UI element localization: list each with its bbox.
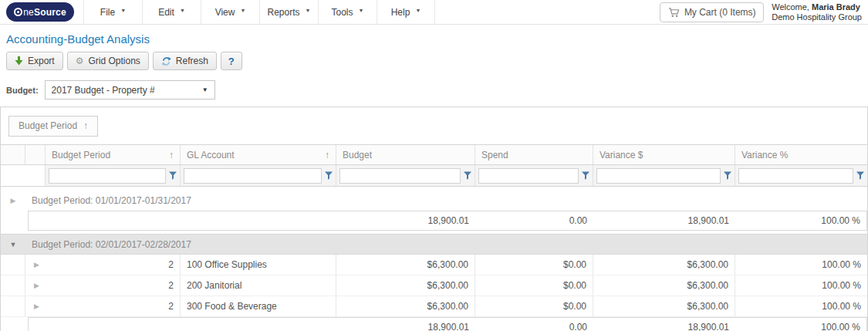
menu-reports-label: Reports bbox=[268, 7, 300, 18]
welcome-prefix: Welcome, bbox=[772, 2, 812, 12]
filter-cell-gl-account bbox=[181, 165, 336, 186]
column-label: Budget Period bbox=[52, 150, 110, 160]
expand-row-icon[interactable]: ▶ bbox=[34, 302, 39, 310]
cell-budget: $6,300.00 bbox=[336, 296, 475, 316]
filter-funnel-icon[interactable] bbox=[167, 171, 178, 180]
column-header-variance-dollar[interactable]: Variance $ bbox=[593, 145, 735, 164]
cell-spend: $0.00 bbox=[475, 275, 593, 296]
welcome-org: Demo Hospitality Group bbox=[772, 12, 862, 22]
summary-spend: 0.00 bbox=[475, 318, 593, 331]
chevron-down-icon: ▼ bbox=[415, 8, 420, 13]
menu-view-label: View bbox=[215, 7, 235, 18]
menu-reports[interactable]: Reports ▼ bbox=[259, 0, 318, 24]
column-header-budget[interactable]: Budget bbox=[336, 145, 475, 164]
gear-icon: ⚙ bbox=[76, 56, 84, 66]
cell-gl-account: 100 Office Supplies bbox=[181, 255, 336, 275]
column-header-spend[interactable]: Spend bbox=[475, 145, 593, 164]
filter-input-budget[interactable] bbox=[339, 168, 461, 184]
chevron-down-icon: ▼ bbox=[120, 8, 126, 13]
cart-icon bbox=[668, 7, 680, 18]
collapse-group-icon[interactable]: ▼ bbox=[10, 241, 17, 248]
group-summary-jan: 18,900.01 0.00 18,900.01 100.00 % bbox=[1, 211, 867, 231]
group-row-feb[interactable]: ▼ Budget Period: 02/01/2017-02/28/2017 bbox=[1, 234, 867, 255]
summary-spend: 0.00 bbox=[475, 211, 593, 230]
export-down-arrow-icon bbox=[15, 56, 23, 66]
sort-ascending-icon: ↑ bbox=[83, 120, 88, 131]
logo-text-bold: Source bbox=[34, 7, 66, 18]
menu-edit[interactable]: Edit ▼ bbox=[142, 0, 201, 24]
menu-bar: File ▼ Edit ▼ View ▼ Reports ▼ Tools ▼ H… bbox=[83, 0, 435, 24]
budget-selector-row: Budget: 2017 Budget - Property # ▼ bbox=[6, 80, 868, 100]
menu-view[interactable]: View ▼ bbox=[201, 0, 259, 24]
refresh-button[interactable]: Refresh bbox=[153, 52, 217, 70]
group-chip-label: Budget Period bbox=[19, 120, 77, 131]
chevron-down-icon: ▼ bbox=[306, 8, 311, 13]
filter-cell-budget bbox=[336, 165, 475, 186]
cell-variance-percent: 100.00 % bbox=[735, 255, 867, 275]
budget-label: Budget: bbox=[6, 86, 39, 95]
chevron-down-icon: ▼ bbox=[359, 8, 364, 13]
menu-edit-label: Edit bbox=[158, 7, 174, 18]
group-chip-budget-period[interactable]: Budget Period ↑ bbox=[8, 116, 98, 137]
filter-cell-variance-percent bbox=[735, 165, 867, 186]
menu-file[interactable]: File ▼ bbox=[83, 0, 142, 24]
welcome-user-name: Maria Brady bbox=[812, 2, 860, 12]
filter-input-spend[interactable] bbox=[478, 168, 579, 184]
cell-variance-dollar: $6,300.00 bbox=[593, 275, 735, 296]
help-button[interactable]: ? bbox=[221, 52, 242, 70]
grid-options-label: Grid Options bbox=[88, 56, 140, 66]
group-row-jan[interactable]: ▶ Budget Period: 01/01/2017-01/31/2017 bbox=[1, 190, 867, 211]
header-expand-col2 bbox=[25, 145, 46, 164]
filter-funnel-icon[interactable] bbox=[855, 171, 866, 180]
summary-spacer bbox=[29, 318, 336, 331]
data-row-janitorial[interactable]: ▶ 2 200 Janitorial $6,300.00 $0.00 $6,30… bbox=[1, 275, 867, 296]
data-row-office-supplies[interactable]: ▶ 2 100 Office Supplies $6,300.00 $0.00 … bbox=[1, 255, 867, 275]
summary-variance-dollar: 18,900.01 bbox=[593, 211, 735, 230]
filter-row-spacer bbox=[1, 165, 46, 186]
expand-group-icon[interactable]: ▶ bbox=[11, 197, 16, 204]
chevron-down-icon: ▼ bbox=[202, 86, 208, 93]
summary-variance-dollar: 18,900.01 bbox=[593, 318, 735, 331]
refresh-label: Refresh bbox=[176, 56, 208, 66]
summary-spacer bbox=[29, 211, 336, 230]
top-bar: neSource File ▼ Edit ▼ View ▼ Reports ▼ … bbox=[0, 0, 868, 25]
menu-tools[interactable]: Tools ▼ bbox=[318, 0, 377, 24]
budget-dropdown[interactable]: 2017 Budget - Property # ▼ bbox=[45, 80, 215, 100]
export-button[interactable]: Export bbox=[6, 52, 63, 70]
cell-gl-account: 200 Janitorial bbox=[181, 275, 336, 296]
column-label: Variance $ bbox=[599, 150, 643, 160]
filter-funnel-icon[interactable] bbox=[722, 171, 733, 180]
column-header-budget-period[interactable]: Budget Period ↑ bbox=[46, 145, 181, 164]
filter-input-variance-percent[interactable] bbox=[738, 168, 853, 184]
chevron-down-icon: ▼ bbox=[180, 8, 185, 13]
column-label: GL Account bbox=[187, 150, 235, 160]
column-label: Variance % bbox=[741, 150, 788, 160]
filter-input-gl-account[interactable] bbox=[184, 168, 322, 184]
page-title: Accounting-Budget Analysis bbox=[6, 32, 868, 46]
filter-funnel-icon[interactable] bbox=[323, 171, 334, 180]
export-label: Export bbox=[28, 56, 55, 66]
filter-input-variance-dollar[interactable] bbox=[596, 168, 721, 184]
cell-variance-dollar: $6,300.00 bbox=[593, 296, 735, 316]
cell-spend: $0.00 bbox=[475, 255, 593, 275]
my-cart-button[interactable]: My Cart (0 Items) bbox=[660, 2, 764, 22]
column-header-gl-account[interactable]: GL Account ↑ bbox=[181, 145, 336, 164]
summary-variance-percent: 100.00 % bbox=[735, 318, 866, 331]
expand-row-icon[interactable]: ▶ bbox=[34, 282, 39, 289]
group-by-panel: Budget Period ↑ bbox=[1, 107, 867, 145]
expand-row-icon[interactable]: ▶ bbox=[34, 261, 39, 269]
cart-label: My Cart (0 Items) bbox=[684, 7, 756, 18]
toolbar: Export ⚙ Grid Options Refresh ? bbox=[6, 52, 868, 70]
chevron-down-icon: ▼ bbox=[240, 8, 245, 13]
filter-funnel-icon[interactable] bbox=[462, 171, 473, 180]
data-row-food-beverage[interactable]: ▶ 2 300 Food & Beverage $6,300.00 $0.00 … bbox=[1, 296, 867, 317]
column-header-variance-percent[interactable]: Variance % bbox=[735, 145, 867, 164]
grid-options-button[interactable]: ⚙ Grid Options bbox=[67, 52, 149, 70]
summary-budget: 18,900.01 bbox=[336, 318, 475, 331]
sort-ascending-icon: ↑ bbox=[169, 150, 174, 160]
budget-dropdown-value: 2017 Budget - Property # bbox=[52, 85, 155, 96]
cell-budget-period: 2 bbox=[168, 259, 174, 270]
filter-input-budget-period[interactable] bbox=[49, 168, 166, 184]
filter-funnel-icon[interactable] bbox=[580, 171, 591, 180]
menu-help[interactable]: Help ▼ bbox=[377, 0, 435, 24]
